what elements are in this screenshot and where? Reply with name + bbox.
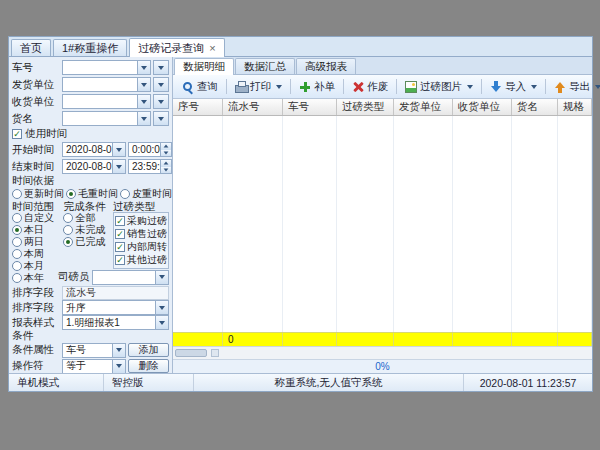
sort-field-value-box[interactable]: 流水号 [62, 286, 169, 300]
sort-field-row: 排序字段 流水号 [12, 285, 169, 300]
column-header-weigh-type[interactable]: 过磅类型 [337, 99, 394, 115]
radio-finished[interactable]: 已完成 [63, 236, 113, 248]
status-mode-label: 单机模式 [17, 376, 59, 390]
dropdown-arrow-icon[interactable] [154, 95, 168, 108]
check-icon: ✓ [116, 243, 124, 252]
column-header-sender[interactable]: 发货单位 [394, 99, 453, 115]
delete-condition-button[interactable]: 删除 [128, 359, 169, 373]
check-internal[interactable]: ✓内部周转 [115, 241, 167, 253]
dropdown-arrow-icon[interactable] [155, 271, 168, 284]
column-header-spec[interactable]: 规格 [558, 99, 592, 115]
tab-advanced-report[interactable]: 高级报表 [296, 58, 356, 74]
weigher-combo[interactable] [92, 270, 170, 285]
dropdown-arrow-icon[interactable] [112, 143, 125, 156]
sender-filter-mini-combo[interactable] [153, 77, 169, 92]
radio-tare-time[interactable]: 皮重时间 [120, 187, 172, 201]
tab-weighing-operation-label: 1#称重操作 [62, 41, 118, 56]
filter-row-vehicle: 车号 [12, 59, 169, 76]
end-time-value: 23:59:59 [129, 161, 160, 172]
start-time-spinner[interactable]: 0:00:00 [128, 142, 172, 157]
tab-weighing-operation[interactable]: 1#称重操作 [53, 39, 127, 56]
radio-update-time[interactable]: 更新时间 [12, 187, 64, 201]
dropdown-arrow-icon[interactable] [137, 95, 150, 108]
vehicle-filter-mini-combo[interactable] [153, 60, 169, 75]
summary-cell [512, 333, 558, 346]
check-sales[interactable]: ✓销售过磅 [115, 228, 167, 240]
sort-order-combo[interactable]: 升序 [62, 300, 169, 315]
printer-icon [235, 81, 247, 93]
end-date-picker[interactable]: 2020-08-01 [62, 159, 126, 174]
dropdown-arrow-icon[interactable] [137, 61, 150, 74]
main-tabstrip: 首页 1#称重操作 过磅记录查询 × [9, 37, 592, 57]
dropdown-arrow-icon[interactable] [137, 112, 150, 125]
export-button[interactable]: 导出 [548, 77, 600, 97]
dropdown-arrow-icon[interactable] [154, 61, 168, 74]
tab-data-detail[interactable]: 数据明细 [174, 58, 234, 75]
goods-filter-combo[interactable] [62, 111, 151, 126]
check-icon: ✓ [13, 130, 21, 139]
add-condition-button[interactable]: 添加 [128, 343, 169, 357]
column-header-goods[interactable]: 货名 [512, 99, 558, 115]
toolbar-separator [545, 79, 546, 94]
status-datetime: 2020-08-01 11:23:57 [464, 374, 592, 391]
radio-this-year[interactable]: 本年 [12, 272, 63, 284]
close-tab-icon[interactable]: × [209, 43, 215, 54]
dropdown-arrow-icon[interactable] [112, 160, 125, 173]
use-time-checkbox[interactable]: ✓ [12, 129, 22, 139]
supplement-button[interactable]: 补单 [293, 77, 341, 97]
condition-op-row: 操作符 等于 删除 [12, 358, 169, 373]
condition-attr-combo[interactable]: 车号 [62, 343, 126, 358]
summary-cell [394, 333, 453, 346]
summary-cell [453, 333, 512, 346]
weighing-app-window: 首页 1#称重操作 过磅记录查询 × 车号 发货单位 [8, 36, 593, 392]
print-button[interactable]: 打印 [229, 77, 288, 97]
vehicle-filter-label: 车号 [12, 61, 60, 75]
filter-sidebar: 车号 发货单位 收货单位 [9, 57, 173, 373]
check-other[interactable]: ✓其他过磅 [115, 254, 167, 266]
spin-down-icon[interactable] [161, 167, 171, 174]
grid-column [173, 116, 223, 332]
checkbox-icon: ✓ [115, 242, 125, 252]
spin-down-icon[interactable] [161, 150, 171, 157]
column-header-serial[interactable]: 流水号 [223, 99, 283, 115]
tab-data-summary[interactable]: 数据汇总 [235, 58, 295, 74]
scrollbar-thumb[interactable] [175, 349, 207, 357]
vehicle-filter-combo[interactable] [62, 60, 151, 75]
weigh-photo-button[interactable]: 过磅图片 [399, 77, 479, 97]
column-header-receiver[interactable]: 收货单位 [453, 99, 512, 115]
dropdown-arrow-icon[interactable] [112, 360, 125, 373]
check-internal-label: 内部周转 [127, 240, 167, 254]
column-header-index[interactable]: 序号 [173, 99, 223, 115]
dropdown-arrow-icon[interactable] [155, 301, 168, 314]
dropdown-arrow-icon[interactable] [154, 78, 168, 91]
check-purchase[interactable]: ✓采购过磅 [115, 215, 167, 227]
column-header-vehicle[interactable]: 车号 [283, 99, 337, 115]
tab-home-label: 首页 [20, 41, 42, 56]
weigher-label: 司磅员 [58, 270, 90, 284]
table-body-empty[interactable] [173, 116, 592, 332]
radio-gross-time[interactable]: 毛重时间 [66, 187, 118, 201]
void-button[interactable]: 作废 [346, 77, 394, 97]
end-time-spinner[interactable]: 23:59:59 [128, 159, 172, 174]
dropdown-arrow-icon[interactable] [154, 112, 168, 125]
goods-filter-mini-combo[interactable] [153, 111, 169, 126]
query-button-label: 查询 [197, 80, 218, 94]
report-style-combo[interactable]: 1.明细报表1 [62, 315, 169, 330]
dropdown-arrow-icon[interactable] [137, 78, 150, 91]
sender-filter-combo[interactable] [62, 77, 151, 92]
scrollbar-grip[interactable] [211, 349, 219, 357]
dropdown-arrow-icon[interactable] [112, 344, 125, 357]
tab-home[interactable]: 首页 [11, 39, 51, 56]
dropdown-arrow-icon[interactable] [155, 316, 168, 329]
import-button[interactable]: 导入 [484, 77, 543, 97]
receiver-filter-combo[interactable] [62, 94, 151, 109]
start-time-label: 开始时间 [12, 143, 60, 157]
query-button[interactable]: 查询 [176, 77, 224, 97]
horizontal-scrollbar[interactable] [173, 346, 592, 359]
start-time-row: 开始时间 2020-08-01 0:00:00 [12, 141, 169, 158]
tab-record-query[interactable]: 过磅记录查询 × [129, 38, 224, 57]
export-button-label: 导出 [569, 80, 590, 94]
condition-op-combo[interactable]: 等于 [62, 359, 126, 374]
start-date-picker[interactable]: 2020-08-01 [62, 142, 126, 157]
receiver-filter-mini-combo[interactable] [153, 94, 169, 109]
